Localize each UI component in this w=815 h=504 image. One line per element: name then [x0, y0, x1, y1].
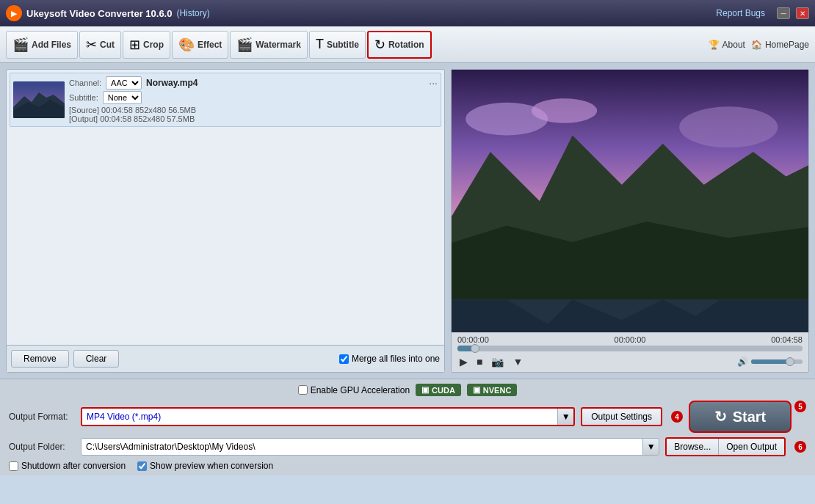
start-icon: ↻ — [714, 408, 727, 426]
volume-slider[interactable] — [751, 359, 803, 364]
crop-label: Crop — [143, 40, 164, 50]
title-bar: ▶ Ukeysoft Video Converter 10.6.0 (Histo… — [0, 0, 815, 26]
rotation-label: Rotation — [388, 40, 424, 50]
output-settings-button[interactable]: Output Settings — [581, 407, 662, 426]
output-format-dropdown[interactable]: ▼ — [557, 409, 573, 425]
shutdown-checkbox[interactable] — [9, 461, 18, 471]
effect-button[interactable]: 🎨 Effect — [172, 31, 228, 59]
watermark-button[interactable]: 🎬 Watermark — [230, 31, 308, 59]
progress-handle[interactable] — [471, 344, 479, 353]
folder-dropdown[interactable]: ▼ — [642, 439, 659, 455]
gpu-label: Enable GPU Acceleration — [311, 385, 410, 395]
cut-label: Cut — [100, 40, 115, 50]
about-label: About — [722, 40, 745, 50]
about-icon: 🏆 — [709, 40, 720, 50]
cut-icon: ✂ — [86, 37, 97, 53]
time-current: 00:00:00 — [457, 335, 489, 344]
watermark-label: Watermark — [256, 40, 301, 50]
minimize-button[interactable]: ─ — [777, 7, 790, 19]
cut-button[interactable]: ✂ Cut — [79, 31, 121, 59]
cuda-label: CUDA — [432, 386, 455, 395]
open-output-button[interactable]: Open Output — [719, 439, 784, 455]
snapshot-button[interactable]: 📷 — [489, 354, 506, 369]
progress-bar[interactable] — [457, 346, 803, 351]
play-button[interactable]: ▶ — [457, 354, 470, 369]
subtitle-button[interactable]: T Subtitle — [309, 31, 366, 59]
home-icon: 🏠 — [751, 40, 762, 50]
merge-checkbox-group: Merge all files into one — [339, 354, 440, 364]
badge-5: 5 — [794, 401, 806, 412]
folder-path-input[interactable] — [82, 439, 642, 455]
settings-area: Enable GPU Acceleration ▣ CUDA ▣ NVENC O… — [0, 379, 815, 475]
about-button[interactable]: 🏆 About — [709, 40, 745, 50]
output-format-label: Output Format: — [9, 412, 75, 422]
file-thumbnail — [13, 81, 65, 118]
file-name: Norway.mp4 — [146, 78, 198, 88]
report-bugs-link[interactable]: Report Bugs — [716, 8, 765, 18]
cuda-badge: ▣ CUDA — [416, 384, 461, 396]
toolbar: 🎬 Add Files ✂ Cut ⊞ Crop 🎨 Effect 🎬 Wate… — [0, 26, 815, 63]
rotation-icon: ↻ — [374, 37, 385, 53]
homepage-button[interactable]: 🏠 HomePage — [751, 40, 809, 50]
history-link[interactable]: (History) — [176, 8, 209, 18]
gpu-checkbox-group: Enable GPU Acceleration — [298, 385, 410, 395]
svg-point-5 — [532, 98, 598, 123]
snapshot-dropdown[interactable]: ▼ — [510, 354, 525, 369]
show-preview-checkbox[interactable] — [137, 461, 147, 471]
shutdown-checkbox-group: Shutdown after conversion — [9, 461, 126, 471]
playback-controls: ▶ ■ 📷 ▼ 🔊 — [457, 354, 803, 369]
merge-label: Merge all files into one — [352, 354, 440, 364]
show-preview-label: Show preview when conversion — [150, 461, 273, 471]
file-panel: Channel: AAC Norway.mp4 ··· Subtitle: No… — [6, 69, 445, 373]
subtitle-icon: T — [316, 37, 324, 52]
main-content: Channel: AAC Norway.mp4 ··· Subtitle: No… — [0, 63, 815, 379]
rotation-button[interactable]: ↻ Rotation — [367, 31, 432, 59]
subtitle-label: Subtitle — [327, 40, 359, 50]
nvidia-logo2: ▣ — [473, 385, 480, 395]
subtitle-select[interactable]: None — [103, 91, 142, 104]
time-mid: 00:00:00 — [615, 335, 646, 344]
add-files-icon: 🎬 — [12, 37, 29, 53]
badge-4: 4 — [671, 411, 683, 423]
preview-panel: 00:00:00 00:00:00 00:04:58 ▶ ■ 📷 ▼ 🔊 — [451, 69, 809, 373]
shutdown-label: Shutdown after conversion — [21, 461, 126, 471]
effect-label: Effect — [198, 40, 222, 50]
volume-handle[interactable] — [786, 357, 794, 366]
preview-controls: 00:00:00 00:00:00 00:04:58 ▶ ■ 📷 ▼ 🔊 — [452, 332, 808, 372]
stop-button[interactable]: ■ — [474, 354, 485, 369]
volume-fill — [751, 359, 790, 364]
svg-point-6 — [679, 106, 778, 147]
preview-video — [452, 70, 808, 332]
output-meta: [Output] 00:04:58 852x480 57.5MB — [69, 114, 438, 123]
final-options-row: Shutdown after conversion Show preview w… — [9, 461, 806, 471]
watermark-icon: 🎬 — [236, 37, 253, 53]
gpu-row: Enable GPU Acceleration ▣ CUDA ▣ NVENC — [9, 384, 806, 396]
file-list: Channel: AAC Norway.mp4 ··· Subtitle: No… — [7, 70, 444, 345]
file-menu-button[interactable]: ··· — [429, 77, 438, 89]
crop-button[interactable]: ⊞ Crop — [123, 31, 170, 59]
app-logo: ▶ — [6, 5, 22, 21]
browse-button[interactable]: Browse... — [667, 439, 719, 455]
merge-checkbox[interactable] — [339, 354, 349, 364]
add-files-button[interactable]: 🎬 Add Files — [6, 31, 78, 59]
channel-label: Channel: — [69, 78, 101, 87]
add-files-label: Add Files — [32, 40, 71, 50]
nvenc-label: NVENC — [483, 386, 512, 395]
volume-icon: 🔊 — [737, 357, 748, 367]
channel-select[interactable]: AAC — [106, 76, 142, 90]
toolbar-right: 🏆 About 🏠 HomePage — [709, 40, 809, 50]
source-meta: [Source] 00:04:58 852x480 56.5MB — [69, 106, 438, 114]
effect-icon: 🎨 — [178, 37, 195, 53]
remove-button[interactable]: Remove — [11, 350, 69, 368]
gpu-checkbox[interactable] — [298, 385, 308, 395]
file-info: Channel: AAC Norway.mp4 ··· Subtitle: No… — [69, 76, 438, 123]
start-button[interactable]: ↻ Start — [689, 401, 792, 433]
browse-open-group: Browse... Open Output — [665, 437, 786, 456]
nvenc-badge: ▣ NVENC — [467, 384, 518, 396]
file-panel-bottom: Remove Clear Merge all files into one — [7, 345, 444, 372]
homepage-label: HomePage — [765, 40, 809, 50]
close-button[interactable]: ✕ — [796, 7, 809, 19]
output-format-input[interactable] — [82, 409, 557, 425]
subtitle-label-text: Subtitle: — [69, 93, 98, 102]
clear-button[interactable]: Clear — [73, 350, 120, 368]
